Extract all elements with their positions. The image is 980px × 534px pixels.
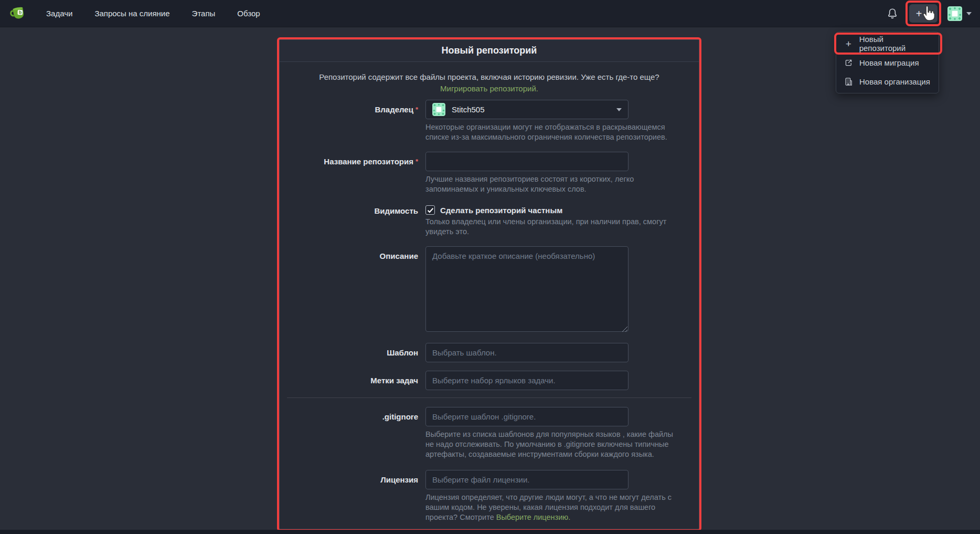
template-label: Шаблон — [280, 343, 425, 362]
nav-link-explore[interactable]: Обзор — [237, 9, 260, 18]
nav-link-pull-requests[interactable]: Запросы на слияние — [94, 9, 169, 18]
menu-item-label: Новая миграция — [859, 58, 919, 67]
repo-name-input[interactable] — [425, 152, 629, 171]
gitignore-label: .gitignore — [280, 407, 425, 459]
form-row-repo-name: Название репозитория Лучшие названия реп… — [280, 152, 699, 194]
plus-icon: + — [844, 39, 853, 49]
migrate-repository-link[interactable]: Мигрировать репозиторий. — [440, 84, 538, 93]
menu-item-label: Новая организация — [859, 77, 930, 86]
visibility-label: Видимость — [280, 205, 425, 237]
license-label: Лицензия — [280, 470, 425, 522]
page-bottom-strip — [0, 530, 980, 534]
owner-value: Stitch505 — [452, 105, 485, 114]
form-row-license: Лицензия Выберите файл лицензии. Лицензи… — [280, 470, 699, 522]
owner-help-text: Некоторые организации могут не отображат… — [425, 122, 681, 142]
chevron-down-icon — [966, 12, 972, 15]
top-navbar: b Задачи Запросы на слияние Этапы Обзор … — [0, 0, 980, 27]
description-textarea[interactable] — [425, 246, 629, 332]
svg-text:b: b — [19, 9, 22, 15]
gitignore-select[interactable]: Выберите шаблон .gitignore. — [425, 407, 629, 426]
gitignore-help-text: Выберите из списка шаблонов для популярн… — [425, 430, 681, 459]
form-row-gitignore: .gitignore Выберите шаблон .gitignore. В… — [280, 407, 699, 459]
owner-avatar — [432, 103, 445, 116]
mouse-hand-cursor — [921, 4, 937, 22]
license-help-text: Лицензия определяет, что другие люди мог… — [425, 493, 681, 522]
form-row-visibility: Видимость Сделать репозиторий частным То… — [280, 205, 699, 237]
gitignore-placeholder: Выберите шаблон .gitignore. — [432, 412, 536, 421]
checkmark-icon — [427, 207, 434, 214]
click-annotation-plus-button: + — [906, 1, 941, 26]
private-checkbox[interactable] — [425, 205, 435, 215]
repo-name-label: Название репозитория — [280, 152, 425, 194]
migrate-icon — [844, 58, 853, 67]
menu-item-label: Новый репозиторий — [859, 35, 931, 53]
main-navigation: Задачи Запросы на слияние Этапы Обзор — [46, 9, 260, 18]
menu-item-new-repository[interactable]: + Новый репозиторий — [836, 34, 939, 53]
user-menu-trigger[interactable] — [947, 6, 972, 21]
form-intro-text: Репозиторий содержит все файлы проекта, … — [304, 71, 674, 95]
visibility-help-text: Только владелец или члены организации, п… — [425, 217, 681, 237]
form-row-template: Шаблон Выбрать шаблон. — [280, 343, 699, 362]
private-checkbox-label[interactable]: Сделать репозиторий частным — [440, 206, 562, 215]
license-select[interactable]: Выберите файл лицензии. — [425, 470, 629, 489]
section-divider — [287, 397, 691, 398]
page-title: Новый репозиторий — [442, 45, 537, 56]
template-placeholder: Выбрать шаблон. — [432, 348, 497, 357]
template-select[interactable]: Выбрать шаблон. — [425, 343, 629, 362]
form-row-owner: Владелец — [280, 100, 699, 142]
chevron-down-icon — [616, 108, 622, 111]
organization-icon — [844, 77, 853, 86]
form-header: Новый репозиторий — [280, 40, 699, 62]
form-row-issue-labels: Метки задач Выберите набор ярлыков задач… — [280, 371, 699, 390]
user-avatar — [947, 6, 962, 21]
form-row-description: Описание — [280, 246, 699, 334]
owner-select[interactable]: Stitch505 — [425, 100, 629, 119]
intro-text: Репозиторий содержит все файлы проекта, … — [319, 72, 659, 81]
issue-labels-select[interactable]: Выберите набор ярлыков задачи. — [425, 371, 629, 390]
license-placeholder: Выберите файл лицензии. — [432, 475, 529, 484]
notifications-bell-icon[interactable] — [887, 8, 898, 19]
gitea-logo-icon[interactable]: b — [9, 5, 27, 22]
description-label: Описание — [280, 246, 425, 334]
issue-labels-placeholder: Выберите набор ярлыков задачи. — [432, 376, 556, 385]
menu-item-new-organization[interactable]: Новая организация — [836, 72, 939, 91]
choose-license-link[interactable]: Выберите лицензию. — [496, 513, 570, 521]
owner-label: Владелец — [280, 100, 425, 142]
nav-link-milestones[interactable]: Этапы — [192, 9, 216, 18]
navbar-right-group: + — [887, 1, 972, 26]
new-repository-form: Новый репозиторий Репозиторий содержит в… — [279, 39, 699, 529]
menu-item-new-migration[interactable]: Новая миграция — [836, 53, 939, 72]
issue-labels-label: Метки задач — [280, 371, 425, 390]
nav-link-issues[interactable]: Задачи — [46, 9, 72, 18]
repo-name-help-text: Лучшие названия репозиториев состоят из … — [425, 174, 681, 194]
create-new-dropdown-menu: + Новый репозиторий Новая миграция Новая… — [836, 32, 939, 93]
form-body: Репозиторий содержит все файлы проекта, … — [280, 62, 699, 522]
